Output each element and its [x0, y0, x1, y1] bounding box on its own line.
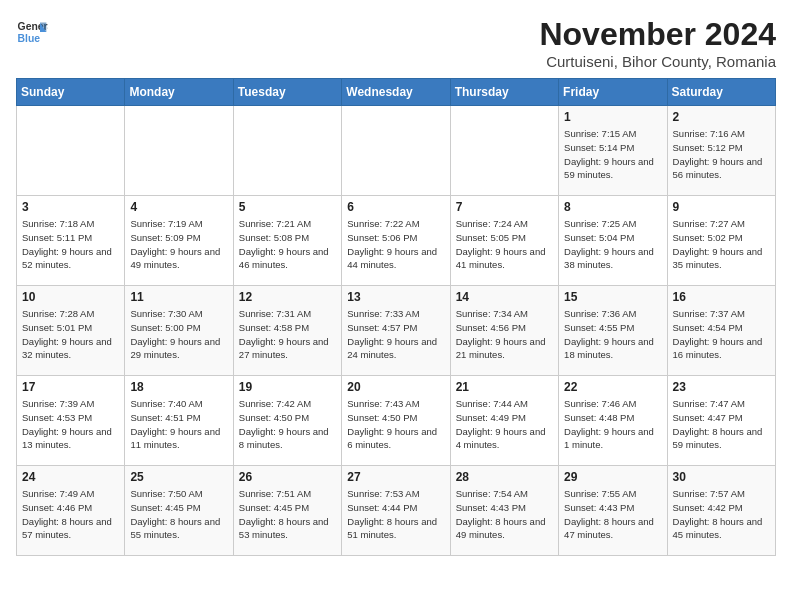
- day-info: Sunrise: 7:50 AM Sunset: 4:45 PM Dayligh…: [130, 487, 227, 542]
- day-number: 16: [673, 290, 770, 304]
- day-info: Sunrise: 7:30 AM Sunset: 5:00 PM Dayligh…: [130, 307, 227, 362]
- day-info: Sunrise: 7:33 AM Sunset: 4:57 PM Dayligh…: [347, 307, 444, 362]
- calendar-cell: 13Sunrise: 7:33 AM Sunset: 4:57 PM Dayli…: [342, 286, 450, 376]
- day-info: Sunrise: 7:16 AM Sunset: 5:12 PM Dayligh…: [673, 127, 770, 182]
- day-info: Sunrise: 7:34 AM Sunset: 4:56 PM Dayligh…: [456, 307, 553, 362]
- day-info: Sunrise: 7:57 AM Sunset: 4:42 PM Dayligh…: [673, 487, 770, 542]
- day-info: Sunrise: 7:24 AM Sunset: 5:05 PM Dayligh…: [456, 217, 553, 272]
- calendar-cell: 17Sunrise: 7:39 AM Sunset: 4:53 PM Dayli…: [17, 376, 125, 466]
- calendar-cell: 24Sunrise: 7:49 AM Sunset: 4:46 PM Dayli…: [17, 466, 125, 556]
- week-row-3: 10Sunrise: 7:28 AM Sunset: 5:01 PM Dayli…: [17, 286, 776, 376]
- day-number: 1: [564, 110, 661, 124]
- day-info: Sunrise: 7:44 AM Sunset: 4:49 PM Dayligh…: [456, 397, 553, 452]
- day-number: 27: [347, 470, 444, 484]
- day-info: Sunrise: 7:31 AM Sunset: 4:58 PM Dayligh…: [239, 307, 336, 362]
- day-number: 25: [130, 470, 227, 484]
- calendar-header: SundayMondayTuesdayWednesdayThursdayFrid…: [17, 79, 776, 106]
- calendar-cell: 19Sunrise: 7:42 AM Sunset: 4:50 PM Dayli…: [233, 376, 341, 466]
- day-number: 28: [456, 470, 553, 484]
- calendar-cell: 11Sunrise: 7:30 AM Sunset: 5:00 PM Dayli…: [125, 286, 233, 376]
- day-number: 13: [347, 290, 444, 304]
- day-header-tuesday: Tuesday: [233, 79, 341, 106]
- day-number: 29: [564, 470, 661, 484]
- day-number: 24: [22, 470, 119, 484]
- day-info: Sunrise: 7:18 AM Sunset: 5:11 PM Dayligh…: [22, 217, 119, 272]
- calendar-cell: 5Sunrise: 7:21 AM Sunset: 5:08 PM Daylig…: [233, 196, 341, 286]
- day-info: Sunrise: 7:25 AM Sunset: 5:04 PM Dayligh…: [564, 217, 661, 272]
- day-info: Sunrise: 7:49 AM Sunset: 4:46 PM Dayligh…: [22, 487, 119, 542]
- calendar-table: SundayMondayTuesdayWednesdayThursdayFrid…: [16, 78, 776, 556]
- day-number: 3: [22, 200, 119, 214]
- day-number: 17: [22, 380, 119, 394]
- calendar-cell: 2Sunrise: 7:16 AM Sunset: 5:12 PM Daylig…: [667, 106, 775, 196]
- calendar-cell: [125, 106, 233, 196]
- day-info: Sunrise: 7:55 AM Sunset: 4:43 PM Dayligh…: [564, 487, 661, 542]
- page-header: General Blue November 2024 Curtuiseni, B…: [16, 16, 776, 70]
- calendar-cell: 25Sunrise: 7:50 AM Sunset: 4:45 PM Dayli…: [125, 466, 233, 556]
- calendar-cell: 27Sunrise: 7:53 AM Sunset: 4:44 PM Dayli…: [342, 466, 450, 556]
- calendar-cell: 6Sunrise: 7:22 AM Sunset: 5:06 PM Daylig…: [342, 196, 450, 286]
- header-row: SundayMondayTuesdayWednesdayThursdayFrid…: [17, 79, 776, 106]
- day-number: 26: [239, 470, 336, 484]
- day-info: Sunrise: 7:37 AM Sunset: 4:54 PM Dayligh…: [673, 307, 770, 362]
- day-number: 9: [673, 200, 770, 214]
- day-number: 4: [130, 200, 227, 214]
- day-number: 22: [564, 380, 661, 394]
- calendar-cell: 29Sunrise: 7:55 AM Sunset: 4:43 PM Dayli…: [559, 466, 667, 556]
- calendar-cell: [17, 106, 125, 196]
- svg-text:Blue: Blue: [18, 33, 41, 44]
- calendar-cell: 21Sunrise: 7:44 AM Sunset: 4:49 PM Dayli…: [450, 376, 558, 466]
- calendar-cell: 20Sunrise: 7:43 AM Sunset: 4:50 PM Dayli…: [342, 376, 450, 466]
- calendar-body: 1Sunrise: 7:15 AM Sunset: 5:14 PM Daylig…: [17, 106, 776, 556]
- day-info: Sunrise: 7:27 AM Sunset: 5:02 PM Dayligh…: [673, 217, 770, 272]
- day-header-friday: Friday: [559, 79, 667, 106]
- day-number: 21: [456, 380, 553, 394]
- calendar-cell: 22Sunrise: 7:46 AM Sunset: 4:48 PM Dayli…: [559, 376, 667, 466]
- day-info: Sunrise: 7:46 AM Sunset: 4:48 PM Dayligh…: [564, 397, 661, 452]
- day-number: 8: [564, 200, 661, 214]
- week-row-5: 24Sunrise: 7:49 AM Sunset: 4:46 PM Dayli…: [17, 466, 776, 556]
- week-row-2: 3Sunrise: 7:18 AM Sunset: 5:11 PM Daylig…: [17, 196, 776, 286]
- calendar-cell: 4Sunrise: 7:19 AM Sunset: 5:09 PM Daylig…: [125, 196, 233, 286]
- calendar-cell: [342, 106, 450, 196]
- day-info: Sunrise: 7:51 AM Sunset: 4:45 PM Dayligh…: [239, 487, 336, 542]
- calendar-cell: 3Sunrise: 7:18 AM Sunset: 5:11 PM Daylig…: [17, 196, 125, 286]
- day-info: Sunrise: 7:15 AM Sunset: 5:14 PM Dayligh…: [564, 127, 661, 182]
- day-info: Sunrise: 7:28 AM Sunset: 5:01 PM Dayligh…: [22, 307, 119, 362]
- day-number: 11: [130, 290, 227, 304]
- day-info: Sunrise: 7:22 AM Sunset: 5:06 PM Dayligh…: [347, 217, 444, 272]
- day-info: Sunrise: 7:54 AM Sunset: 4:43 PM Dayligh…: [456, 487, 553, 542]
- day-number: 6: [347, 200, 444, 214]
- week-row-1: 1Sunrise: 7:15 AM Sunset: 5:14 PM Daylig…: [17, 106, 776, 196]
- calendar-cell: 12Sunrise: 7:31 AM Sunset: 4:58 PM Dayli…: [233, 286, 341, 376]
- page-title: November 2024: [539, 16, 776, 53]
- day-header-sunday: Sunday: [17, 79, 125, 106]
- logo: General Blue: [16, 16, 48, 48]
- calendar-cell: 7Sunrise: 7:24 AM Sunset: 5:05 PM Daylig…: [450, 196, 558, 286]
- day-number: 23: [673, 380, 770, 394]
- day-number: 5: [239, 200, 336, 214]
- day-info: Sunrise: 7:42 AM Sunset: 4:50 PM Dayligh…: [239, 397, 336, 452]
- day-info: Sunrise: 7:21 AM Sunset: 5:08 PM Dayligh…: [239, 217, 336, 272]
- title-block: November 2024 Curtuiseni, Bihor County, …: [539, 16, 776, 70]
- day-header-thursday: Thursday: [450, 79, 558, 106]
- page-subtitle: Curtuiseni, Bihor County, Romania: [539, 53, 776, 70]
- calendar-cell: [450, 106, 558, 196]
- day-number: 14: [456, 290, 553, 304]
- calendar-cell: 26Sunrise: 7:51 AM Sunset: 4:45 PM Dayli…: [233, 466, 341, 556]
- day-info: Sunrise: 7:40 AM Sunset: 4:51 PM Dayligh…: [130, 397, 227, 452]
- day-info: Sunrise: 7:47 AM Sunset: 4:47 PM Dayligh…: [673, 397, 770, 452]
- day-number: 18: [130, 380, 227, 394]
- calendar-cell: 18Sunrise: 7:40 AM Sunset: 4:51 PM Dayli…: [125, 376, 233, 466]
- day-number: 19: [239, 380, 336, 394]
- day-number: 10: [22, 290, 119, 304]
- logo-icon: General Blue: [16, 16, 48, 48]
- calendar-cell: [233, 106, 341, 196]
- calendar-cell: 28Sunrise: 7:54 AM Sunset: 4:43 PM Dayli…: [450, 466, 558, 556]
- day-info: Sunrise: 7:43 AM Sunset: 4:50 PM Dayligh…: [347, 397, 444, 452]
- day-header-wednesday: Wednesday: [342, 79, 450, 106]
- day-number: 20: [347, 380, 444, 394]
- day-number: 15: [564, 290, 661, 304]
- calendar-cell: 14Sunrise: 7:34 AM Sunset: 4:56 PM Dayli…: [450, 286, 558, 376]
- week-row-4: 17Sunrise: 7:39 AM Sunset: 4:53 PM Dayli…: [17, 376, 776, 466]
